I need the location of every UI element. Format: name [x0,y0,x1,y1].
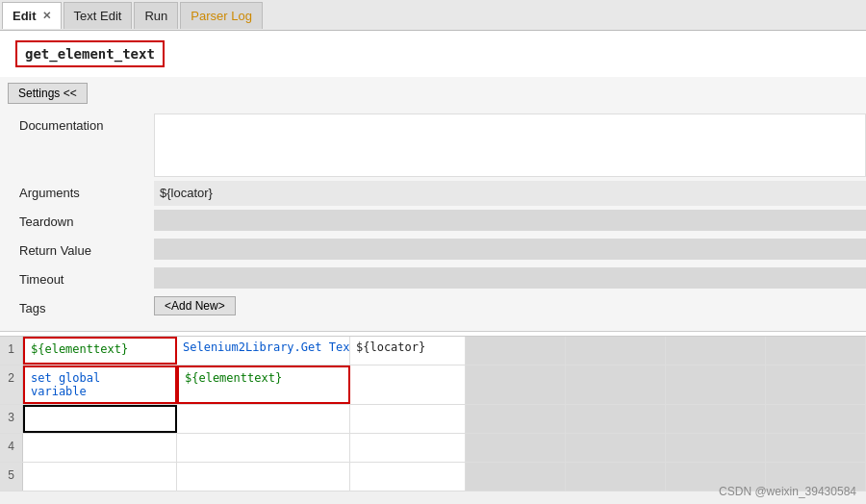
table-cell-3-5[interactable] [566,405,666,433]
table-cell-2-1[interactable]: set global variable [23,365,177,404]
row-num-5: 5 [0,463,23,491]
table-cell-2-4[interactable] [466,365,566,404]
tab-text-edit-label: Text Edit [74,9,122,23]
table-cell-5-5[interactable] [566,463,666,491]
table-row: 1 ${elementtext} Selenium2Library.Get Te… [0,337,866,365]
table-cell-5-1[interactable] [23,463,177,491]
field-label-documentation: Documentation [0,113,154,139]
field-value-documentation[interactable] [154,113,866,177]
table-cell-3-6[interactable] [666,405,766,433]
tab-edit-label: Edit [13,9,37,23]
field-label-tags: Tags [0,296,154,321]
table-cell-4-4[interactable] [466,434,566,462]
tab-text-edit[interactable]: Text Edit [64,2,133,29]
field-value-arguments[interactable]: ${locator} [154,181,866,206]
row-num-4: 4 [0,434,23,462]
table-cell-1-3[interactable]: ${locator} [350,337,466,365]
table-cell-2-3[interactable] [350,365,466,404]
table-cell-4-5[interactable] [566,434,666,462]
table-cell-3-7[interactable] [766,405,866,433]
table-row: 3 [0,405,866,434]
field-label-timeout: Timeout [0,267,154,292]
settings-button[interactable]: Settings << [8,83,88,104]
table-row: 4 [0,434,866,463]
field-value-teardown[interactable] [154,210,866,231]
table-cell-5-4[interactable] [466,463,566,491]
table-cell-3-4[interactable] [466,405,566,433]
table-cell-5-2[interactable] [177,463,350,491]
table-section: 1 ${elementtext} Selenium2Library.Get Te… [0,336,866,491]
tab-parser-log[interactable]: Parser Log [180,2,263,29]
field-label-arguments: Arguments [0,181,154,206]
field-row-documentation: Documentation [0,113,866,177]
table-cell-1-1[interactable]: ${elementtext} [23,337,177,365]
tab-edit[interactable]: Edit ✕ [2,2,62,29]
table-cell-2-5[interactable] [566,365,666,404]
settings-panel: Settings << Documentation Arguments ${lo… [0,77,866,332]
table-cell-3-1[interactable] [23,405,177,433]
tab-parser-log-label: Parser Log [191,9,252,23]
table-cell-2-7[interactable] [766,365,866,404]
add-new-button[interactable]: <Add New> [154,296,236,315]
field-row-tags: Tags <Add New> [0,296,866,321]
field-row-arguments: Arguments ${locator} [0,181,866,206]
row-num-1: 1 [0,337,23,365]
field-row-teardown: Teardown [0,210,866,235]
keyword-name[interactable]: get_element_text [15,40,165,67]
table-cell-4-7[interactable] [766,434,866,462]
field-label-return-value: Return Value [0,239,154,264]
field-label-teardown: Teardown [0,210,154,235]
table-cell-2-6[interactable] [666,365,766,404]
table-cell-4-3[interactable] [350,434,466,462]
table-cell-1-5[interactable] [566,337,666,365]
table-cell-1-2[interactable]: Selenium2Library.Get Text [177,337,350,365]
row-num-2: 2 [0,365,23,404]
field-row-timeout: Timeout [0,267,866,292]
table-cell-3-2[interactable] [177,405,350,433]
row-num-3: 3 [0,405,23,433]
tab-edit-close[interactable]: ✕ [42,10,51,22]
watermark: CSDN @weixin_39430584 [719,485,856,491]
table-cell-1-4[interactable] [466,337,566,365]
field-value-timeout[interactable] [154,267,866,289]
table-cell-4-6[interactable] [666,434,766,462]
table-cell-3-3[interactable] [350,405,466,433]
table-row: 2 set global variable ${elementtext} [0,365,866,405]
field-row-return-value: Return Value [0,239,866,264]
tab-bar: Edit ✕ Text Edit Run Parser Log [0,0,866,31]
table-cell-1-7[interactable] [766,337,866,365]
table-cell-4-2[interactable] [177,434,350,462]
main-content: get_element_text Settings << Documentati… [0,31,866,491]
tab-run-label: Run [144,9,167,23]
table-cell-2-2[interactable]: ${elementtext} [177,365,350,404]
table-cell-4-1[interactable] [23,434,177,462]
table-cell-5-3[interactable] [350,463,466,491]
tab-run[interactable]: Run [134,2,178,29]
table-cell-1-6[interactable] [666,337,766,365]
field-value-return-value[interactable] [154,239,866,260]
